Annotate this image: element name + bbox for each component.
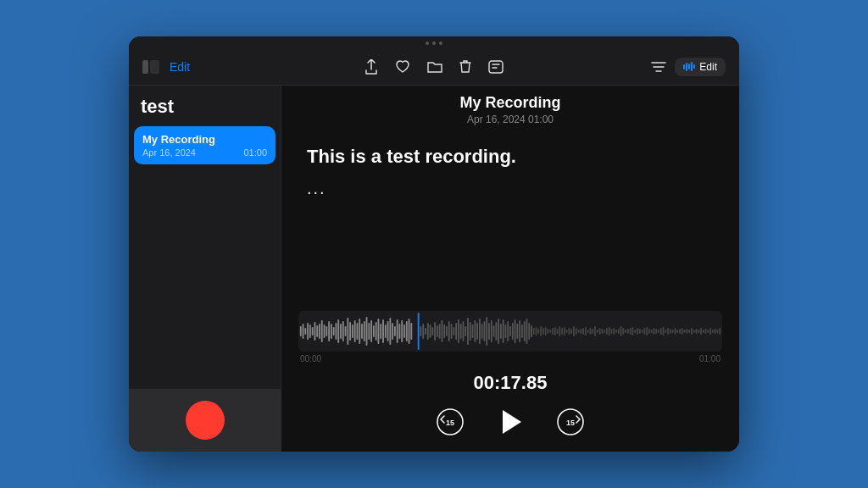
svg-rect-156 — [665, 330, 666, 333]
favorite-icon[interactable] — [395, 60, 410, 74]
svg-rect-23 — [347, 318, 348, 345]
svg-rect-127 — [597, 330, 598, 333]
svg-rect-128 — [599, 328, 601, 335]
svg-rect-21 — [342, 321, 344, 341]
play-icon — [503, 410, 521, 434]
record-button-inner — [197, 412, 214, 429]
edit-pill-label: Edit — [699, 61, 717, 73]
waveform-svg — [298, 311, 722, 352]
svg-rect-104 — [542, 328, 544, 335]
filter-icon[interactable] — [651, 61, 666, 73]
folder-icon[interactable] — [427, 60, 442, 73]
svg-rect-13 — [324, 324, 326, 338]
transcript-icon[interactable] — [488, 60, 504, 74]
svg-rect-99 — [531, 325, 532, 337]
svg-rect-103 — [540, 326, 542, 336]
svg-rect-55 — [427, 323, 429, 340]
svg-rect-39 — [385, 324, 387, 338]
drag-dots — [426, 42, 442, 45]
svg-rect-40 — [387, 321, 389, 341]
svg-rect-98 — [528, 323, 530, 340]
svg-rect-113 — [564, 327, 565, 336]
svg-rect-157 — [667, 328, 669, 335]
svg-rect-114 — [566, 330, 568, 333]
playback-timer: 00:17.85 — [474, 372, 548, 394]
svg-rect-47 — [403, 324, 405, 338]
svg-rect-92 — [515, 319, 516, 343]
svg-rect-107 — [549, 330, 551, 333]
svg-rect-142 — [632, 327, 634, 336]
svg-rect-140 — [627, 329, 629, 334]
svg-rect-36 — [378, 319, 380, 344]
svg-rect-44 — [397, 319, 398, 343]
svg-rect-112 — [561, 328, 563, 335]
skip-forward-icon: 15 — [556, 408, 585, 436]
trash-icon[interactable] — [459, 59, 471, 74]
svg-rect-12 — [321, 320, 323, 342]
record-button[interactable] — [186, 401, 225, 440]
svg-rect-117 — [573, 326, 575, 336]
svg-rect-132 — [609, 327, 610, 336]
svg-rect-123 — [587, 330, 589, 333]
svg-rect-80 — [486, 317, 487, 346]
sidebar: test My Recording Apr 16, 2024 01:00 — [129, 86, 281, 452]
svg-rect-169 — [696, 329, 698, 334]
svg-rect-68 — [458, 319, 459, 343]
svg-rect-54 — [425, 328, 426, 335]
svg-rect-88 — [505, 324, 507, 338]
svg-rect-119 — [578, 330, 580, 333]
svg-rect-91 — [512, 323, 514, 340]
sidebar-toggle-icon[interactable] — [142, 60, 159, 74]
svg-rect-90 — [509, 326, 511, 336]
svg-rect-96 — [524, 321, 526, 341]
svg-rect-151 — [654, 328, 655, 335]
svg-rect-172 — [703, 330, 704, 333]
svg-rect-18 — [336, 323, 337, 340]
svg-rect-106 — [548, 329, 549, 334]
svg-rect-16 — [331, 324, 332, 339]
svg-rect-8 — [312, 327, 314, 336]
svg-rect-15 — [328, 321, 330, 341]
detail-title: My Recording — [298, 94, 722, 112]
svg-rect-4 — [303, 324, 304, 339]
svg-rect-34 — [373, 325, 375, 337]
skip-back-button[interactable]: 15 — [435, 407, 465, 437]
svg-rect-52 — [420, 326, 422, 336]
svg-rect-174 — [707, 330, 709, 333]
edit-pill-button[interactable]: Edit — [675, 58, 726, 76]
waveform-container[interactable] — [298, 311, 722, 352]
detail-header: My Recording Apr 16, 2024 01:00 — [281, 86, 739, 130]
svg-rect-95 — [521, 324, 523, 338]
recording-item[interactable]: My Recording Apr 16, 2024 01:00 — [134, 126, 275, 164]
svg-rect-144 — [637, 328, 638, 335]
svg-rect-176 — [712, 330, 714, 333]
record-area — [129, 389, 281, 452]
svg-rect-22 — [345, 326, 347, 336]
svg-rect-67 — [455, 323, 457, 340]
playback-controls: 15 15 — [435, 402, 586, 441]
svg-rect-77 — [479, 319, 481, 344]
svg-rect-0 — [142, 60, 148, 74]
svg-rect-149 — [648, 329, 650, 334]
skip-forward-button[interactable]: 15 — [555, 407, 586, 437]
edit-button[interactable]: Edit — [170, 60, 190, 74]
waveform-times: 00:00 01:00 — [298, 352, 722, 363]
waveform-end-time: 01:00 — [699, 354, 721, 363]
recording-meta: Apr 16, 2024 01:00 — [142, 147, 267, 158]
play-button[interactable] — [491, 402, 530, 441]
svg-rect-49 — [409, 319, 410, 344]
svg-rect-108 — [552, 328, 554, 335]
svg-rect-46 — [401, 320, 403, 342]
svg-rect-170 — [698, 330, 699, 333]
svg-rect-9 — [314, 322, 316, 341]
svg-rect-51 — [418, 313, 420, 350]
waveform-area[interactable]: 00:00 01:00 — [281, 302, 739, 369]
svg-rect-135 — [615, 330, 617, 333]
recording-date: Apr 16, 2024 — [142, 147, 196, 158]
svg-rect-100 — [533, 328, 535, 335]
svg-rect-130 — [604, 330, 605, 333]
toolbar-left: Edit — [142, 60, 261, 74]
svg-rect-124 — [590, 328, 592, 335]
share-icon[interactable] — [364, 59, 378, 75]
svg-rect-145 — [639, 329, 641, 334]
